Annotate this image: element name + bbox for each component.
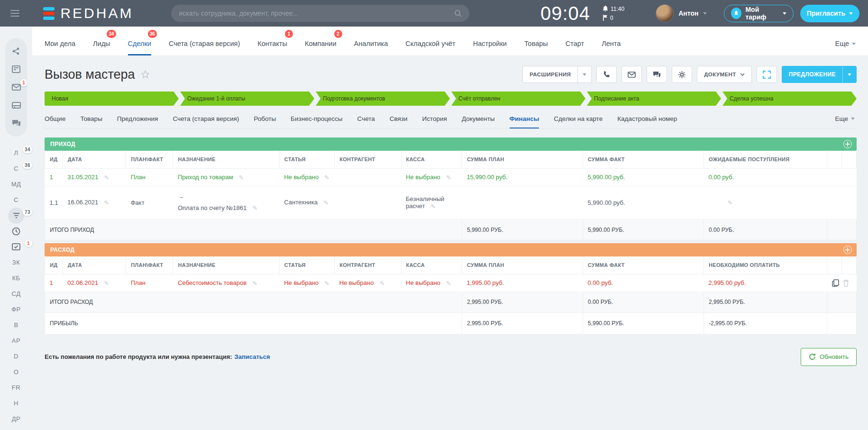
edit-pencil-icon[interactable]: ✎: [104, 174, 109, 181]
tab-cadastral-number[interactable]: Кадастровый номер: [617, 115, 677, 128]
tab-more[interactable]: Еще: [835, 115, 855, 128]
proposal-dropdown[interactable]: [842, 66, 856, 82]
nav-item-products[interactable]: Товары: [524, 40, 548, 55]
add-expense-button[interactable]: [843, 246, 852, 254]
tab-documents[interactable]: Документы: [462, 115, 495, 128]
stage-new[interactable]: Новая: [45, 91, 179, 106]
sidebar-item-md[interactable]: МД: [2, 176, 30, 192]
edit-pencil-icon[interactable]: ✎: [252, 202, 257, 214]
tab-finances[interactable]: Финансы: [510, 115, 539, 128]
sidebar-item-d[interactable]: D: [2, 348, 30, 364]
sidebar-item-filter[interactable]: 73: [2, 208, 30, 223]
sidebar-item-l[interactable]: Л 34: [2, 145, 30, 161]
extensions-button[interactable]: РАСШИРЕНИЯ: [522, 66, 592, 83]
email-button[interactable]: [621, 66, 642, 83]
sidebar-item-ar[interactable]: АР: [2, 333, 30, 348]
nav-item-start[interactable]: Старт: [566, 40, 584, 55]
clock[interactable]: 09:04: [540, 3, 590, 24]
sidebar-item-mail[interactable]: 1: [7, 78, 26, 96]
flag-row[interactable]: 0: [603, 15, 624, 21]
sidebar-item-fr2[interactable]: FR: [2, 380, 30, 395]
nav-item-contacts[interactable]: Контакты1: [257, 40, 287, 55]
edit-pencil-icon[interactable]: ✎: [446, 174, 451, 181]
tab-invoices[interactable]: Счета: [357, 115, 375, 128]
search-icon[interactable]: [454, 9, 462, 17]
proposal-button[interactable]: ПРЕДЛОЖЕНИЕ: [782, 66, 857, 83]
nav-item-settings[interactable]: Настройки: [473, 40, 507, 55]
sidebar-item-tasks[interactable]: 1: [2, 239, 30, 255]
chat-button[interactable]: [647, 66, 667, 83]
sidebar-item-fr1[interactable]: ФР: [2, 302, 30, 317]
extensions-label[interactable]: РАСШИРЕНИЯ: [523, 66, 577, 82]
app-logo[interactable]: REDHAM: [43, 5, 133, 21]
sidebar-item-s2[interactable]: С: [2, 192, 30, 208]
document-button[interactable]: ДОКУМЕНТ: [697, 66, 751, 83]
stage-preparing-docs[interactable]: Подготовка документов: [316, 91, 450, 106]
refresh-button[interactable]: Обновить: [801, 348, 857, 366]
favorite-star-icon[interactable]: [141, 70, 150, 79]
sidebar-item-kanban[interactable]: [7, 60, 26, 78]
nav-item-invoices-old[interactable]: Счета (старая версия): [169, 40, 240, 55]
edit-pencil-icon[interactable]: ✎: [446, 280, 451, 287]
sidebar-item-v[interactable]: В: [2, 317, 30, 333]
tab-general[interactable]: Общие: [45, 115, 65, 128]
tab-products[interactable]: Товары: [80, 115, 102, 128]
edit-pencil-icon[interactable]: ✎: [104, 199, 109, 206]
edit-pencil-icon[interactable]: ✎: [379, 280, 384, 287]
sidebar-item-kb[interactable]: КБ: [2, 270, 30, 286]
edit-pencil-icon[interactable]: ✎: [324, 280, 329, 287]
nav-item-my-deals[interactable]: Мои дела: [45, 40, 75, 55]
sidebar-item-n[interactable]: Н: [2, 395, 30, 411]
stage-invoice-sent[interactable]: Счёт отправлен: [451, 91, 585, 106]
sidebar-item-zk[interactable]: ЗК: [2, 255, 30, 270]
tab-history[interactable]: История: [422, 115, 447, 128]
copy-icon[interactable]: [832, 279, 839, 287]
nav-item-feed[interactable]: Лента: [602, 40, 621, 55]
tab-business-processes[interactable]: Бизнес-процессы: [291, 115, 342, 128]
proposal-label[interactable]: ПРЕДЛОЖЕНИЕ: [782, 66, 842, 82]
nav-item-deals[interactable]: Сделки36: [128, 40, 151, 55]
edit-pencil-icon[interactable]: ✎: [239, 174, 244, 181]
edit-pencil-icon[interactable]: ✎: [104, 280, 109, 287]
edit-pencil-icon[interactable]: ✎: [728, 199, 733, 206]
sidebar-item-time[interactable]: [2, 223, 30, 239]
nav-item-inventory[interactable]: Складской учёт: [405, 40, 455, 55]
edit-pencil-icon[interactable]: ✎: [252, 280, 257, 287]
tab-relations[interactable]: Связи: [390, 115, 408, 128]
edit-pencil-icon[interactable]: ✎: [430, 203, 436, 210]
fullscreen-button[interactable]: [757, 66, 777, 83]
tariff-button[interactable]: Мой тариф: [724, 5, 793, 22]
edit-pencil-icon[interactable]: ✎: [324, 174, 329, 181]
stage-act-signing[interactable]: Подписание акта: [587, 91, 721, 106]
search-input[interactable]: [179, 9, 454, 17]
tab-invoices-old[interactable]: Счета (старая версия): [173, 115, 239, 128]
extensions-dropdown[interactable]: [577, 66, 591, 82]
hamburger-menu-icon[interactable]: [0, 10, 30, 17]
sidebar-item-s1[interactable]: С 36: [2, 161, 30, 176]
global-search[interactable]: [171, 5, 469, 22]
sidebar-item-drive[interactable]: [7, 96, 26, 114]
nav-item-leads[interactable]: Лиды34: [93, 40, 110, 55]
bell-row[interactable]: 11:40: [603, 6, 624, 12]
signup-link[interactable]: Записаться: [235, 353, 270, 360]
call-button[interactable]: [596, 66, 617, 83]
nav-item-more[interactable]: Еще: [835, 40, 856, 55]
delete-trash-icon[interactable]: [843, 279, 849, 287]
add-income-button[interactable]: [843, 140, 852, 148]
nav-item-companies[interactable]: Компании2: [305, 40, 337, 55]
tab-deals-on-map[interactable]: Сделки на карте: [554, 115, 603, 128]
sidebar-item-o[interactable]: О: [2, 364, 30, 380]
sidebar-item-chat[interactable]: [7, 114, 26, 132]
sidebar-item-network[interactable]: [7, 42, 26, 60]
edit-pencil-icon[interactable]: ✎: [323, 199, 329, 206]
stage-deal-won[interactable]: Сделка успешна: [722, 91, 857, 106]
sidebar-item-sd[interactable]: СД: [2, 286, 30, 302]
invite-button[interactable]: Пригласить: [800, 5, 859, 22]
nav-item-analytics[interactable]: Аналитика: [354, 40, 388, 55]
tab-proposals[interactable]: Предложения: [117, 115, 158, 128]
stage-awaiting-payment[interactable]: Ожидание 1-й оплаты: [180, 91, 314, 106]
settings-button[interactable]: [672, 66, 692, 83]
sidebar-item-dr[interactable]: ДР: [2, 411, 30, 427]
tab-robots[interactable]: Роботы: [254, 115, 276, 128]
user-menu[interactable]: Антон: [656, 4, 707, 22]
